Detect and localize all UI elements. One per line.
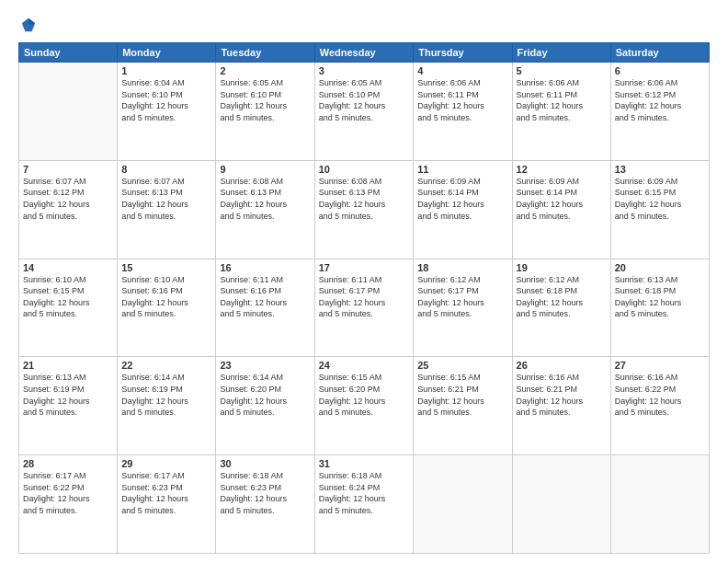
calendar-week-row: 28Sunrise: 6:17 AM Sunset: 6:22 PM Dayli… — [19, 455, 710, 554]
day-info: Sunrise: 6:13 AM Sunset: 6:18 PM Dayligh… — [615, 274, 705, 320]
calendar-week-row: 21Sunrise: 6:13 AM Sunset: 6:19 PM Dayli… — [19, 357, 710, 455]
calendar-cell — [19, 63, 118, 161]
calendar-cell: 7Sunrise: 6:07 AM Sunset: 6:12 PM Daylig… — [19, 160, 118, 259]
day-info: Sunrise: 6:17 AM Sunset: 6:23 PM Dayligh… — [121, 470, 211, 516]
calendar-cell: 28Sunrise: 6:17 AM Sunset: 6:22 PM Dayli… — [19, 455, 118, 554]
day-number: 27 — [615, 360, 705, 371]
day-info: Sunrise: 6:14 AM Sunset: 6:19 PM Dayligh… — [121, 372, 211, 418]
calendar-cell: 12Sunrise: 6:09 AM Sunset: 6:14 PM Dayli… — [512, 160, 610, 259]
calendar-cell — [512, 455, 610, 554]
calendar-header-saturday: Saturday — [610, 43, 709, 63]
day-number: 28 — [23, 458, 113, 469]
day-info: Sunrise: 6:09 AM Sunset: 6:14 PM Dayligh… — [517, 176, 607, 222]
day-info: Sunrise: 6:12 AM Sunset: 6:17 PM Dayligh… — [417, 274, 507, 320]
day-info: Sunrise: 6:08 AM Sunset: 6:13 PM Dayligh… — [220, 176, 310, 222]
calendar-header-friday: Friday — [512, 43, 610, 63]
day-number: 16 — [220, 262, 310, 273]
calendar-week-row: 1Sunrise: 6:04 AM Sunset: 6:10 PM Daylig… — [19, 63, 710, 161]
day-number: 30 — [220, 458, 310, 469]
calendar-week-row: 14Sunrise: 6:10 AM Sunset: 6:15 PM Dayli… — [19, 259, 710, 357]
day-number: 31 — [319, 458, 410, 469]
day-number: 6 — [615, 65, 705, 76]
day-number: 14 — [23, 262, 113, 273]
calendar-header-sunday: Sunday — [19, 43, 118, 63]
day-info: Sunrise: 6:13 AM Sunset: 6:19 PM Dayligh… — [23, 372, 113, 418]
day-number: 13 — [615, 164, 705, 175]
day-info: Sunrise: 6:10 AM Sunset: 6:15 PM Dayligh… — [23, 274, 113, 320]
day-number: 5 — [517, 65, 607, 76]
calendar-cell: 15Sunrise: 6:10 AM Sunset: 6:16 PM Dayli… — [118, 259, 216, 357]
calendar-cell: 14Sunrise: 6:10 AM Sunset: 6:15 PM Dayli… — [19, 259, 118, 357]
day-info: Sunrise: 6:14 AM Sunset: 6:20 PM Dayligh… — [220, 372, 310, 418]
calendar-cell: 10Sunrise: 6:08 AM Sunset: 6:13 PM Dayli… — [314, 160, 414, 259]
day-info: Sunrise: 6:16 AM Sunset: 6:22 PM Dayligh… — [615, 372, 705, 418]
calendar-cell: 21Sunrise: 6:13 AM Sunset: 6:19 PM Dayli… — [19, 357, 118, 455]
day-number: 18 — [417, 262, 507, 273]
day-info: Sunrise: 6:16 AM Sunset: 6:21 PM Dayligh… — [517, 372, 607, 418]
calendar-header-monday: Monday — [118, 43, 216, 63]
calendar-cell: 31Sunrise: 6:18 AM Sunset: 6:24 PM Dayli… — [314, 455, 414, 554]
calendar-cell: 4Sunrise: 6:06 AM Sunset: 6:11 PM Daylig… — [414, 63, 512, 161]
calendar-cell: 17Sunrise: 6:11 AM Sunset: 6:17 PM Dayli… — [314, 259, 414, 357]
day-number: 9 — [220, 164, 310, 175]
day-info: Sunrise: 6:06 AM Sunset: 6:11 PM Dayligh… — [417, 77, 507, 123]
day-info: Sunrise: 6:07 AM Sunset: 6:13 PM Dayligh… — [121, 176, 211, 222]
day-number: 8 — [121, 164, 211, 175]
logo-flag-icon — [20, 17, 37, 33]
calendar-header-row: SundayMondayTuesdayWednesdayThursdayFrid… — [19, 43, 710, 63]
day-info: Sunrise: 6:09 AM Sunset: 6:15 PM Dayligh… — [615, 176, 705, 222]
logo — [18, 17, 37, 33]
calendar-cell: 11Sunrise: 6:09 AM Sunset: 6:14 PM Dayli… — [414, 160, 512, 259]
calendar-cell: 1Sunrise: 6:04 AM Sunset: 6:10 PM Daylig… — [118, 63, 216, 161]
day-number: 23 — [220, 360, 310, 371]
day-number: 25 — [417, 360, 507, 371]
day-number: 15 — [121, 262, 211, 273]
day-info: Sunrise: 6:05 AM Sunset: 6:10 PM Dayligh… — [319, 77, 410, 123]
day-number: 3 — [319, 65, 410, 76]
page: SundayMondayTuesdayWednesdayThursdayFrid… — [0, 0, 728, 563]
calendar-cell: 23Sunrise: 6:14 AM Sunset: 6:20 PM Dayli… — [216, 357, 314, 455]
day-info: Sunrise: 6:10 AM Sunset: 6:16 PM Dayligh… — [121, 274, 211, 320]
day-number: 26 — [517, 360, 607, 371]
calendar-cell: 30Sunrise: 6:18 AM Sunset: 6:23 PM Dayli… — [216, 455, 314, 554]
calendar-cell: 13Sunrise: 6:09 AM Sunset: 6:15 PM Dayli… — [610, 160, 709, 259]
calendar-cell: 22Sunrise: 6:14 AM Sunset: 6:19 PM Dayli… — [118, 357, 216, 455]
calendar-cell: 29Sunrise: 6:17 AM Sunset: 6:23 PM Dayli… — [118, 455, 216, 554]
day-info: Sunrise: 6:15 AM Sunset: 6:20 PM Dayligh… — [319, 372, 410, 418]
day-number: 29 — [121, 458, 211, 469]
calendar-cell — [610, 455, 709, 554]
calendar-header-wednesday: Wednesday — [314, 43, 414, 63]
day-info: Sunrise: 6:15 AM Sunset: 6:21 PM Dayligh… — [417, 372, 507, 418]
day-number: 12 — [517, 164, 607, 175]
calendar-cell: 27Sunrise: 6:16 AM Sunset: 6:22 PM Dayli… — [610, 357, 709, 455]
day-info: Sunrise: 6:11 AM Sunset: 6:17 PM Dayligh… — [319, 274, 410, 320]
day-info: Sunrise: 6:12 AM Sunset: 6:18 PM Dayligh… — [517, 274, 607, 320]
day-number: 7 — [23, 164, 113, 175]
calendar-cell: 2Sunrise: 6:05 AM Sunset: 6:10 PM Daylig… — [216, 63, 314, 161]
calendar-header-tuesday: Tuesday — [216, 43, 314, 63]
day-number: 20 — [615, 262, 705, 273]
day-info: Sunrise: 6:04 AM Sunset: 6:10 PM Dayligh… — [121, 77, 211, 123]
day-number: 17 — [319, 262, 410, 273]
calendar-header-thursday: Thursday — [414, 43, 512, 63]
calendar-cell: 24Sunrise: 6:15 AM Sunset: 6:20 PM Dayli… — [314, 357, 414, 455]
calendar-cell — [414, 455, 512, 554]
day-number: 19 — [517, 262, 607, 273]
calendar-cell: 5Sunrise: 6:06 AM Sunset: 6:11 PM Daylig… — [512, 63, 610, 161]
calendar-table: SundayMondayTuesdayWednesdayThursdayFrid… — [18, 42, 710, 554]
day-number: 2 — [220, 65, 310, 76]
day-number: 24 — [319, 360, 410, 371]
calendar-cell: 8Sunrise: 6:07 AM Sunset: 6:13 PM Daylig… — [118, 160, 216, 259]
day-number: 10 — [319, 164, 410, 175]
day-info: Sunrise: 6:09 AM Sunset: 6:14 PM Dayligh… — [417, 176, 507, 222]
calendar-cell: 3Sunrise: 6:05 AM Sunset: 6:10 PM Daylig… — [314, 63, 414, 161]
header — [18, 17, 710, 33]
day-info: Sunrise: 6:18 AM Sunset: 6:24 PM Dayligh… — [319, 470, 410, 516]
calendar-cell: 25Sunrise: 6:15 AM Sunset: 6:21 PM Dayli… — [414, 357, 512, 455]
calendar-cell: 20Sunrise: 6:13 AM Sunset: 6:18 PM Dayli… — [610, 259, 709, 357]
day-number: 21 — [23, 360, 113, 371]
day-number: 11 — [417, 164, 507, 175]
calendar-cell: 6Sunrise: 6:06 AM Sunset: 6:12 PM Daylig… — [610, 63, 709, 161]
day-info: Sunrise: 6:08 AM Sunset: 6:13 PM Dayligh… — [319, 176, 410, 222]
day-info: Sunrise: 6:17 AM Sunset: 6:22 PM Dayligh… — [23, 470, 113, 516]
